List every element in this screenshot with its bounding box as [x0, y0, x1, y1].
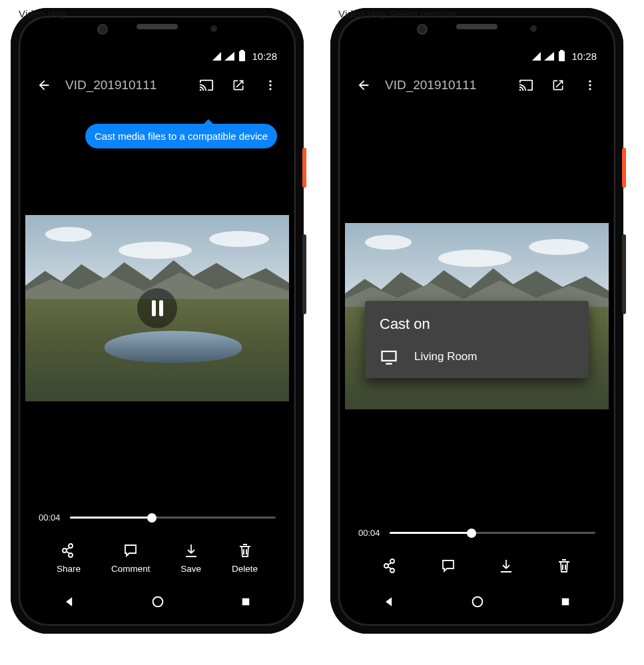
- circle-icon: [151, 594, 165, 609]
- nav-bar: [345, 584, 609, 619]
- triangle-left-icon: [63, 595, 76, 608]
- more-button[interactable]: [257, 72, 284, 99]
- share-label: Share: [57, 564, 81, 574]
- nav-recent[interactable]: [559, 596, 571, 608]
- nav-home[interactable]: [151, 594, 165, 609]
- more-vert-icon: [264, 79, 277, 92]
- comment-label: Comment: [111, 564, 151, 574]
- svg-point-2: [269, 88, 271, 90]
- phone-camera: [97, 24, 108, 35]
- seek-bar[interactable]: 00:04: [358, 528, 595, 538]
- svg-rect-4: [242, 598, 250, 606]
- cast-device-name: Living Room: [414, 350, 478, 363]
- delete-button[interactable]: [556, 558, 572, 574]
- svg-point-3: [153, 597, 163, 607]
- triangle-left-icon: [382, 595, 396, 608]
- more-vert-icon: [583, 79, 597, 92]
- cast-icon: [199, 78, 214, 93]
- svg-point-0: [269, 81, 271, 83]
- action-bar: Share Comment Save Delete: [39, 536, 276, 584]
- elapsed-time: 00:04: [39, 513, 61, 523]
- save-button[interactable]: [498, 558, 514, 574]
- cast-dialog-title: Cast on: [380, 316, 574, 333]
- comment-icon: [123, 543, 139, 558]
- phone-left: Video play 10:28 VID_201910111: [11, 8, 304, 634]
- pause-button[interactable]: [137, 288, 177, 328]
- wifi-icon: [212, 52, 221, 61]
- phone-right: Video play Select receiver 10:28 VID_201…: [330, 8, 623, 634]
- back-button[interactable]: [31, 72, 57, 99]
- comment-button[interactable]: Comment: [111, 543, 151, 574]
- screen: 10:28 VID_201910111: [345, 41, 609, 619]
- arrow-left-icon: [356, 78, 371, 93]
- elapsed-time: 00:04: [358, 528, 380, 538]
- action-bar: [358, 551, 595, 584]
- square-icon: [559, 596, 571, 608]
- seek-track[interactable]: [390, 532, 595, 534]
- phone-speaker: [137, 24, 178, 29]
- cast-button[interactable]: [193, 72, 220, 99]
- open-external-button[interactable]: [225, 72, 252, 99]
- nav-back[interactable]: [382, 595, 396, 608]
- phone-speaker: [456, 24, 497, 29]
- background-label: Video play: [19, 8, 67, 19]
- circle-icon: [470, 594, 485, 609]
- external-link-icon: [551, 79, 565, 92]
- nav-recent[interactable]: [240, 596, 252, 608]
- svg-point-1: [269, 84, 271, 86]
- download-icon: [498, 558, 514, 574]
- nav-back[interactable]: [63, 595, 76, 608]
- save-button[interactable]: Save: [180, 543, 201, 574]
- status-bar: 10:28: [345, 41, 609, 67]
- trash-icon: [556, 558, 572, 574]
- cellular-icon: [544, 52, 554, 61]
- seek-thumb[interactable]: [467, 529, 476, 538]
- status-bar: 10:28: [25, 41, 289, 67]
- video-viewport[interactable]: [25, 104, 289, 513]
- cast-dialog: Cast on Living Room: [365, 301, 589, 378]
- seek-bar[interactable]: 00:04: [39, 513, 276, 523]
- comment-button[interactable]: [440, 558, 456, 574]
- seek-track[interactable]: [70, 517, 276, 519]
- share-icon: [382, 558, 398, 574]
- nav-bar: [25, 584, 289, 619]
- open-external-button[interactable]: [545, 72, 571, 99]
- pause-icon: [159, 300, 163, 316]
- background-label: Video play Select receiver: [338, 8, 457, 19]
- external-link-icon: [232, 79, 245, 92]
- download-icon: [183, 543, 199, 558]
- cast-icon: [519, 78, 533, 93]
- svg-point-8: [473, 597, 483, 607]
- tv-icon: [380, 347, 398, 366]
- volume-button: [302, 234, 306, 314]
- video-title: VID_201910111: [382, 78, 507, 93]
- app-bar: VID_201910111: [25, 67, 289, 104]
- share-icon: [61, 543, 77, 558]
- share-button[interactable]: Share: [57, 543, 81, 574]
- cast-button[interactable]: [513, 72, 539, 99]
- video-title: VID_201910111: [63, 78, 188, 93]
- video-frame: [25, 215, 289, 401]
- playback-controls: 00:04 Share Comment Save: [25, 513, 289, 584]
- svg-point-7: [589, 88, 591, 90]
- playback-controls: 00:04: [345, 528, 609, 584]
- delete-button[interactable]: Delete: [232, 543, 258, 574]
- phone-camera: [417, 24, 428, 35]
- phone-sensor: [530, 25, 537, 32]
- more-button[interactable]: [577, 72, 603, 99]
- battery-icon: [239, 51, 245, 61]
- nav-home[interactable]: [470, 594, 485, 609]
- svg-rect-9: [562, 598, 569, 606]
- seek-thumb[interactable]: [147, 513, 157, 523]
- phone-sensor: [210, 25, 217, 32]
- trash-icon: [237, 543, 253, 558]
- pause-icon: [152, 300, 156, 316]
- screen: 10:28 VID_201910111 Cast media files to …: [25, 41, 289, 619]
- status-time: 10:28: [252, 51, 277, 62]
- battery-icon: [559, 51, 565, 61]
- back-button[interactable]: [350, 72, 377, 99]
- square-icon: [240, 596, 252, 608]
- save-label: Save: [180, 564, 201, 574]
- cast-device-row[interactable]: Living Room: [380, 347, 574, 366]
- share-button[interactable]: [382, 558, 398, 574]
